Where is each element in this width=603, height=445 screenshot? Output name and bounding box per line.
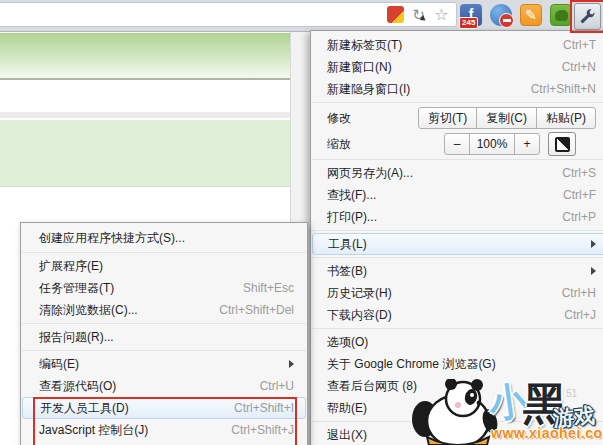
zoom-level-value: 100% [469,133,515,155]
menu-item-label: 报告问题(R)... [39,329,114,346]
menu-item-shortcut: Ctrl+Shift+I [234,401,294,415]
page-banner-gradient [0,33,290,80]
menu-item-shortcut: Ctrl+P [562,210,596,224]
menu-item-label: 历史记录(H) [327,285,392,302]
menu-item-new-window[interactable]: 新建窗口(N)Ctrl+N [311,56,603,78]
menu-item-label: 新建窗口(N) [327,59,392,76]
tools-submenu: 创建应用程序快捷方式(S)...扩展程序(E)任务管理器(T)Shift+Esc… [20,222,308,445]
menu-item-exit[interactable]: 退出(X) [311,424,603,445]
menu-item-zoom[interactable]: 缩放–100%+ [311,131,603,157]
menu-item-about[interactable]: 关于 Google Chrome 浏览器(G) [311,353,603,375]
menu-separator [311,228,603,233]
menu-item-label: 查看源代码(O) [39,378,116,395]
menu-separator [21,348,307,353]
menu-item-bookmarks[interactable]: 书签(B) [311,260,603,282]
edit-button-group: 剪切(T)复制(C)粘贴(P) [418,107,596,129]
facebook-extension-icon[interactable]: f 245 [460,4,482,26]
notification-badge: 245 [459,17,478,29]
menu-item-label: 新建标签页(T) [327,37,402,54]
menu-item-label: JavaScript 控制台(J) [39,422,148,439]
wrench-menu-button[interactable] [574,3,601,30]
menu-item-shortcut: Ctrl+H [562,286,596,300]
menu-item-label: 查找(F)... [327,187,376,204]
menu-item-downloads[interactable]: 下载内容(D)Ctrl+J [311,304,603,326]
menu-item-label: 书签(B) [327,263,367,280]
menu-item-shortcut: Ctrl+S [562,166,596,180]
menu-item-find[interactable]: 查找(F)...Ctrl+F [311,184,603,206]
copy-button[interactable]: 复制(C) [476,107,537,129]
menu-item-label: 创建应用程序快捷方式(S)... [39,230,185,247]
menu-item-label: 下载内容(D) [327,307,392,324]
menu-item-shortcut: Ctrl+Shift+Del [219,303,294,317]
menu-item-shortcut: Ctrl+J [564,308,596,322]
cut-button[interactable]: 剪切(T) [418,107,477,129]
menu-item-shortcut: Ctrl+N [562,60,596,74]
menu-separator [311,100,603,105]
menu-item-label: 修改 [327,110,351,127]
menu-item-shortcut: Ctrl+Shift+J [231,423,294,437]
menu-item-label: 清除浏览数据(C)... [39,302,138,319]
menu-item-label: 关于 Google Chrome 浏览器(G) [327,356,496,373]
menu-item-js-console[interactable]: JavaScript 控制台(J)Ctrl+Shift+J [21,419,307,441]
chrome-menu: 新建标签页(T)Ctrl+T新建窗口(N)Ctrl+N新建隐身窗口(I)Ctrl… [310,30,603,445]
menu-item-edit[interactable]: 修改剪切(T)复制(C)粘贴(P) [311,105,603,131]
menu-item-history[interactable]: 历史记录(H)Ctrl+H [311,282,603,304]
menu-item-developer-tools[interactable]: 开发人员工具(D)Ctrl+Shift+I [22,397,306,419]
menu-item-extensions[interactable]: 扩展程序(E) [21,255,307,277]
menu-item-background-pages[interactable]: 查看后台网页 (8) [311,375,603,397]
menu-item-label: 缩放 [327,136,351,153]
menu-item-label: 网页另存为(A)... [327,165,413,182]
submenu-arrow-icon [289,360,294,368]
menu-separator [311,157,603,162]
menu-separator [21,321,307,326]
menu-separator [311,326,603,331]
star-icon[interactable]: ☆ [433,6,450,23]
menu-item-label: 选项(O) [327,334,368,351]
wrench-icon [579,8,596,25]
menu-item-label: 编码(E) [39,356,79,373]
menu-item-new-tab[interactable]: 新建标签页(T)Ctrl+T [311,34,603,56]
reader-refresh-icon[interactable]: ↻ [410,6,427,23]
menu-item-label: 查看后台网页 (8) [327,378,417,395]
menu-item-label: 退出(X) [327,427,367,444]
menu-item-label: 工具(L) [328,236,367,253]
menu-item-clear-data[interactable]: 清除浏览数据(C)...Ctrl+Shift+Del [21,299,307,321]
menu-item-print[interactable]: 打印(P)...Ctrl+P [311,206,603,228]
menu-item-help[interactable]: 帮助(E) [311,397,603,419]
menu-item-view-source[interactable]: 查看源代码(O)Ctrl+U [21,375,307,397]
extension-icons: f 245 ✎ [460,4,572,26]
browser-toolbar: ↻ ☆ f 245 ✎ [0,0,603,32]
screenshot-root: ↻ ☆ f 245 ✎ 新建标签页(T)Ctrl+T新建窗口(N)Ctrl+N新… [0,0,603,445]
address-bar[interactable]: ↻ ☆ [0,2,457,27]
menu-item-label: 任务管理器(T) [39,280,114,297]
submenu-arrow-icon [591,267,596,275]
fullscreen-icon [555,137,570,152]
zoom-out-button[interactable]: – [444,133,470,155]
zoom-in-button[interactable]: + [514,133,540,155]
paste-button[interactable]: 粘贴(P) [536,107,596,129]
menu-item-save-page[interactable]: 网页另存为(A)...Ctrl+S [311,162,603,184]
pen-extension-icon[interactable]: ✎ [520,4,542,26]
menu-item-shortcut: Shift+Esc [243,281,294,295]
evernote-extension-icon[interactable] [550,4,572,26]
blocker-extension-icon[interactable] [490,4,512,26]
menu-item-shortcut: Ctrl+Shift+N [531,82,596,96]
bookmark-page-icon[interactable] [387,6,404,23]
page-green-block [0,120,290,187]
menu-item-options[interactable]: 选项(O) [311,331,603,353]
menu-item-label: 新建隐身窗口(I) [327,81,410,98]
submenu-arrow-icon [591,240,596,248]
menu-item-label: 打印(P)... [327,209,377,226]
menu-item-shortcut: Ctrl+U [260,379,294,393]
fullscreen-button[interactable] [548,132,576,156]
menu-item-report-issue[interactable]: 报告问题(R)... [21,326,307,348]
menu-item-encoding[interactable]: 编码(E) [21,353,307,375]
menu-item-task-manager[interactable]: 任务管理器(T)Shift+Esc [21,277,307,299]
menu-item-create-shortcut[interactable]: 创建应用程序快捷方式(S)... [21,226,307,250]
menu-item-shortcut: Ctrl+F [563,188,596,202]
menu-separator [311,255,603,260]
menu-separator [21,250,307,255]
menu-item-new-incognito[interactable]: 新建隐身窗口(I)Ctrl+Shift+N [311,78,603,100]
menu-item-tools[interactable]: 工具(L) [312,233,603,255]
menu-item-label: 扩展程序(E) [39,258,103,275]
